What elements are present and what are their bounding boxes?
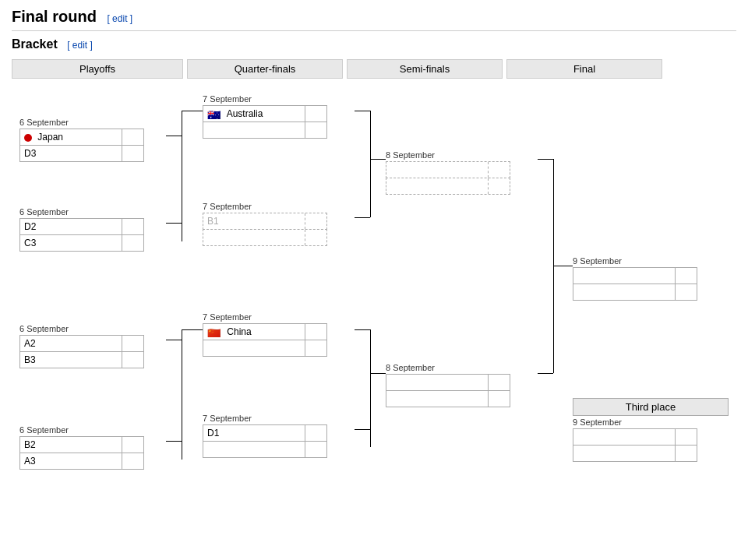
bracket-edit-link[interactable]: [ edit ]	[67, 40, 93, 51]
qf2-row2	[203, 229, 327, 246]
connector-po4-right	[166, 441, 182, 442]
final-score1	[675, 268, 697, 284]
tp-score1	[675, 429, 697, 445]
po2-team2: C3	[20, 238, 122, 248]
match-po4: 6 September B2 A3	[19, 425, 144, 470]
section-title: Bracket [ edit ]	[12, 37, 736, 51]
connector-qf3-v	[370, 329, 371, 373]
po2-score2	[122, 235, 143, 251]
po1-row2: D3	[19, 145, 144, 162]
match-qf2: 7 September B1	[203, 202, 327, 246]
qf4-row1: D1	[203, 424, 327, 442]
sf1-row2	[386, 178, 510, 195]
po4-score1	[122, 437, 143, 453]
po4-row1: B2	[19, 436, 144, 453]
qf3-score1	[305, 324, 326, 340]
connector-sf2-v	[553, 273, 554, 373]
third-place-label: Third place	[573, 398, 729, 416]
connector-po2-right	[166, 223, 182, 224]
po2-team1: D2	[20, 221, 122, 232]
po3-score2	[122, 352, 143, 368]
sf2-row1	[386, 374, 510, 391]
match-sf1: 8 September	[386, 150, 510, 195]
qf2-date: 7 September	[203, 202, 327, 211]
match-sf2: 8 September	[386, 363, 510, 407]
match-po1: 6 September Japan D3	[19, 118, 144, 162]
bracket-area: 6 September Japan D3 6 September D2 C3 6…	[12, 86, 744, 530]
qf4-team1: D1	[203, 428, 305, 438]
qf4-score2	[305, 442, 326, 457]
connector-po3-right	[166, 340, 182, 340]
tp-date: 9 September	[573, 417, 697, 427]
match-qf3: 7 September 🇨🇳 China	[203, 312, 327, 357]
connector-qf3-sf2	[370, 373, 386, 374]
connector-qf1-right	[355, 111, 370, 111]
connector-po4-v	[182, 329, 182, 460]
qf1-row1: 🇦🇺 Australia	[203, 105, 327, 122]
header-playoffs: Playoffs	[12, 59, 183, 79]
header-quarters: Quarter-finals	[187, 59, 343, 79]
qf1-score1	[305, 106, 326, 122]
po4-row2: A3	[19, 453, 144, 470]
qf1-team1: 🇦🇺 Australia	[203, 108, 305, 119]
final-row2	[573, 284, 697, 301]
connector-po1-qf1	[182, 111, 203, 111]
sf1-score2	[488, 178, 510, 194]
match-po3: 6 September A2 B3	[19, 324, 144, 368]
po4-score2	[122, 453, 143, 469]
australia-flag: 🇦🇺	[207, 110, 221, 119]
sf2-row2	[386, 390, 510, 407]
connector-po2-v	[182, 111, 182, 241]
connector-qf2-v	[370, 167, 371, 217]
connector-qf1-sf1	[370, 159, 386, 160]
match-po2: 6 September D2 C3	[19, 207, 144, 252]
divider	[12, 30, 736, 31]
match-qf4: 7 September D1	[203, 414, 327, 458]
sf2-score1	[488, 375, 510, 390]
po3-date: 6 September	[19, 324, 144, 333]
sf1-score1	[488, 162, 510, 178]
page-edit-link[interactable]: [ edit ]	[107, 13, 132, 24]
connector-qf4-right	[355, 429, 370, 430]
sf1-date: 8 September	[386, 150, 510, 160]
po1-score1	[122, 129, 143, 145]
po4-team1: B2	[20, 439, 122, 450]
match-final: 9 September	[573, 256, 697, 301]
po3-row2: B3	[19, 351, 144, 368]
po4-date: 6 September	[19, 425, 144, 435]
bracket-headers: Playoffs Quarter-finals Semi-finals Fina…	[12, 59, 736, 79]
qf1-date: 7 September	[203, 94, 327, 104]
page-title: Final round [ edit ]	[12, 8, 736, 26]
po1-row1: Japan	[19, 129, 144, 146]
match-qf1: 7 September 🇦🇺 Australia	[203, 94, 327, 139]
header-final: Final	[506, 59, 662, 79]
qf1-score2	[305, 122, 326, 138]
final-date: 9 September	[573, 256, 697, 266]
sf1-row1	[386, 161, 510, 178]
china-flag: 🇨🇳	[207, 328, 221, 337]
po1-team2: D3	[20, 148, 122, 159]
connector-qf3-right	[355, 329, 370, 330]
po2-date: 6 September	[19, 207, 144, 217]
qf3-row1: 🇨🇳 China	[203, 323, 327, 340]
qf3-score2	[305, 340, 326, 356]
tp-row1	[573, 428, 697, 446]
sf2-score2	[488, 391, 510, 407]
qf3-date: 7 September	[203, 312, 327, 322]
connector-sf1-v	[553, 159, 554, 273]
po3-team2: B3	[20, 354, 122, 365]
qf4-date: 7 September	[203, 414, 327, 423]
final-score2	[675, 284, 697, 300]
po1-date: 6 September	[19, 118, 144, 127]
connector-sf2-right	[538, 373, 553, 374]
po4-team2: A3	[20, 456, 122, 467]
final-row1	[573, 267, 697, 284]
po2-row1: D2	[19, 218, 144, 235]
connector-sf1-right	[538, 159, 553, 160]
connector-qf2-right	[355, 217, 370, 218]
qf3-team1: 🇨🇳 China	[203, 326, 305, 337]
qf2-team1: B1	[203, 216, 305, 227]
connector-po3-qf3	[182, 329, 203, 330]
tp-score2	[675, 446, 697, 461]
qf3-row2	[203, 340, 327, 357]
